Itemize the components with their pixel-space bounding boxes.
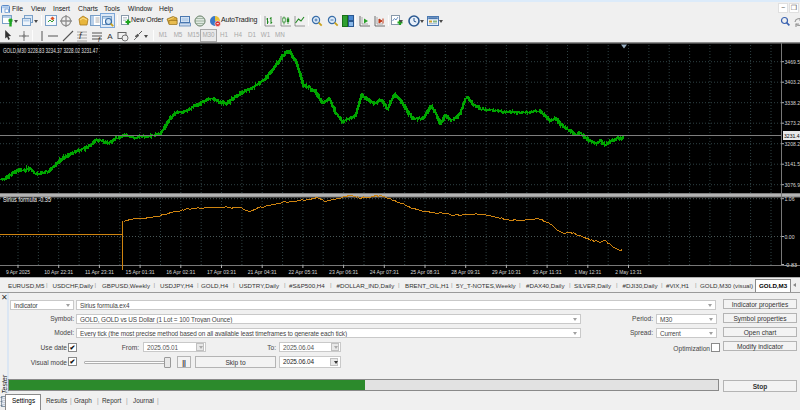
svg-text:24 Apr 07:31: 24 Apr 07:31: [370, 269, 400, 275]
svg-text:10 Apr 22:31: 10 Apr 22:31: [44, 269, 74, 275]
svg-text:30 Apr 11:31: 30 Apr 11:31: [533, 269, 563, 275]
svg-text:0.00: 0.00: [785, 233, 795, 240]
svg-text:17 Apr 03:31: 17 Apr 03:31: [207, 269, 237, 275]
svg-text:-0.83: -0.83: [785, 261, 798, 268]
svg-text:22 Apr 05:31: 22 Apr 05:31: [288, 269, 318, 275]
svg-text:3141.5: 3141.5: [785, 160, 800, 167]
svg-text:Sirius formula -0.35: Sirius formula -0.35: [3, 196, 51, 203]
svg-text:23 Apr 06:31: 23 Apr 06:31: [329, 269, 359, 275]
svg-text:9 Apr 2025: 9 Apr 2025: [6, 269, 31, 275]
svg-text:25 Apr 08:31: 25 Apr 08:31: [410, 269, 440, 275]
svg-text:2 May 13:31: 2 May 13:31: [615, 269, 642, 275]
svg-text:16 Apr 02:31: 16 Apr 02:31: [166, 269, 196, 275]
svg-text:3076.9: 3076.9: [785, 181, 800, 188]
svg-text:3231.4: 3231.4: [784, 132, 800, 139]
svg-text:1 May 12:31: 1 May 12:31: [574, 269, 601, 275]
svg-text:3208.2: 3208.2: [785, 140, 800, 147]
svg-text:28 Apr 09:31: 28 Apr 09:31: [451, 269, 481, 275]
svg-text:29 Apr 10:31: 29 Apr 10:31: [492, 269, 522, 275]
svg-text:21 Apr 04:31: 21 Apr 04:31: [248, 269, 278, 275]
svg-text:15 Apr 01:31: 15 Apr 01:31: [126, 269, 156, 275]
svg-text:3469.5: 3469.5: [785, 58, 800, 65]
svg-text:3403.2: 3403.2: [785, 78, 800, 85]
svg-text:3273.2: 3273.2: [785, 119, 800, 126]
svg-text:GOLD,M30 3228.83 3234.37 3228: GOLD,M30 3228.83 3234.37 3228.02 3231.47: [3, 47, 98, 54]
svg-text:1.06: 1.06: [785, 195, 795, 202]
svg-text:3338.2: 3338.2: [785, 99, 800, 106]
svg-text:11 Apr 23:31: 11 Apr 23:31: [85, 269, 115, 275]
svg-text:f: f: [79, 31, 83, 41]
